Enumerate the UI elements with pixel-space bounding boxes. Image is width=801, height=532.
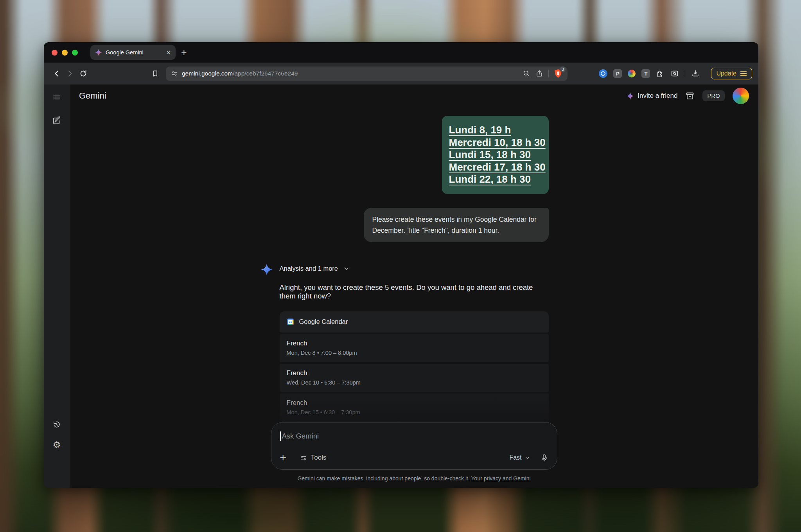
forward-button[interactable] <box>63 67 77 80</box>
url-bar-divider <box>548 70 549 77</box>
tab-google-gemini[interactable]: Google Gemini ✕ <box>90 45 176 60</box>
url-bar[interactable]: gemini.google.com/app/ceb7f26477c6e249 <box>166 66 568 81</box>
event-time: Wed, Dec 10 • 6:30 – 7:30pm <box>287 379 542 386</box>
pro-badge[interactable]: PRO <box>702 90 725 101</box>
event-time: Mon, Dec 8 • 7:00 – 8:00pm <box>287 350 542 356</box>
gemini-appbar: Gemini Invite a friend <box>70 84 758 107</box>
tab-title: Google Gemini <box>106 49 163 56</box>
history-icon[interactable] <box>48 416 65 433</box>
close-window-button[interactable] <box>52 50 57 56</box>
gemini-favicon-icon <box>95 49 102 56</box>
calendar-event-row[interactable]: French Wed, Dec 10 • 6:30 – 7:30pm <box>280 364 549 392</box>
url-text: gemini.google.com/app/ceb7f26477c6e249 <box>182 70 298 77</box>
account-avatar[interactable] <box>733 88 749 104</box>
browser-window: Google Gemini ✕ + gemini.google.com/app/… <box>44 42 758 488</box>
settings-gear-icon[interactable]: ⚙ <box>48 436 65 453</box>
new-tab-button[interactable]: + <box>181 48 187 58</box>
privacy-link[interactable]: Your privacy and Gemini <box>471 475 531 482</box>
prompt-placeholder: Ask Gemini <box>282 432 319 440</box>
extension-t-icon[interactable]: T <box>641 69 650 78</box>
thoughts-label: Analysis and 1 more <box>280 265 338 272</box>
schedule-line: Mercredi 10, 18 h 30 <box>449 137 542 149</box>
invite-label: Invite a friend <box>638 92 677 100</box>
model-response-text: Alright, you want to create these 5 even… <box>280 283 549 300</box>
chevron-down-icon <box>343 266 349 271</box>
sidebar-panel-icon[interactable] <box>670 69 679 78</box>
svg-text:31: 31 <box>289 320 292 324</box>
gemini-sparkle-icon <box>261 264 273 275</box>
schedule-line: Lundi 22, 18 h 30 <box>449 173 542 186</box>
password-manager-extension-icon[interactable] <box>599 69 607 78</box>
prompt-input[interactable]: Ask Gemini + Tools Fast <box>271 422 557 470</box>
site-settings-icon[interactable] <box>171 70 178 77</box>
update-button[interactable]: Update <box>711 68 752 79</box>
shield-counter-badge: 3 <box>560 66 566 72</box>
uploaded-schedule-image[interactable]: Lundi 8, 19 h Mercredi 10, 18 h 30 Lundi… <box>442 116 549 194</box>
back-button[interactable] <box>50 67 63 80</box>
extensions-strip: P T Update <box>599 68 752 79</box>
menu-hamburger-icon[interactable] <box>48 88 65 106</box>
update-label: Update <box>716 70 736 77</box>
calendar-event-row[interactable]: French Mon, Dec 15 • 6:30 – 7:30pm <box>280 394 549 422</box>
text-cursor <box>280 431 281 441</box>
calendar-card-title: Google Calendar <box>299 318 348 325</box>
extension-p-icon[interactable]: P <box>613 69 622 78</box>
thoughts-toggle[interactable]: Analysis and 1 more <box>280 265 549 272</box>
chevron-down-icon <box>525 455 530 460</box>
color-wheel-extension-icon[interactable] <box>628 70 636 77</box>
browser-toolbar: gemini.google.com/app/ceb7f26477c6e249 <box>44 63 758 84</box>
event-title: French <box>287 340 542 347</box>
model-selector-label: Fast <box>509 454 521 461</box>
microphone-icon[interactable] <box>540 454 548 462</box>
event-time: Mon, Dec 15 • 6:30 – 7:30pm <box>287 409 542 415</box>
url-path: /app/ceb7f26477c6e249 <box>233 70 298 77</box>
app-title: Gemini <box>79 91 106 101</box>
toolbar-divider <box>685 70 685 77</box>
gemini-app: ⚙ Gemini Invite a friend <box>44 84 758 488</box>
reload-button[interactable] <box>77 67 90 80</box>
new-chat-icon[interactable] <box>48 112 65 129</box>
zoom-window-button[interactable] <box>72 50 78 56</box>
invite-a-friend-button[interactable]: Invite a friend <box>627 92 677 100</box>
window-controls <box>52 50 78 56</box>
google-calendar-icon: 31 <box>287 318 294 325</box>
schedule-line: Lundi 15, 18 h 30 <box>449 149 542 161</box>
archive-icon[interactable] <box>685 91 695 101</box>
brave-shield-icon[interactable]: 3 <box>554 69 562 78</box>
url-host: gemini.google.com <box>182 70 233 77</box>
tab-close-icon[interactable]: ✕ <box>167 50 171 56</box>
tools-sliders-icon <box>300 454 307 462</box>
bookmark-icon[interactable] <box>149 67 162 80</box>
schedule-line: Lundi 8, 19 h <box>449 124 542 137</box>
download-icon[interactable] <box>691 69 700 78</box>
gemini-main: Gemini Invite a friend <box>70 84 758 488</box>
minimize-window-button[interactable] <box>62 50 68 56</box>
calendar-card-header: 31 Google Calendar <box>280 311 549 332</box>
tools-label: Tools <box>311 454 327 462</box>
extensions-puzzle-icon[interactable] <box>656 69 665 78</box>
disclaimer-text: Gemini can make mistakes, including abou… <box>297 475 530 482</box>
share-icon[interactable] <box>535 70 543 77</box>
model-selector[interactable]: Fast <box>509 454 530 461</box>
event-title: French <box>287 369 542 377</box>
add-attachment-button[interactable]: + <box>280 452 286 463</box>
schedule-line: Mercredi 17, 18 h 30 <box>449 161 542 174</box>
event-title: French <box>287 399 542 407</box>
tab-strip: Google Gemini ✕ + <box>44 42 758 63</box>
tools-button[interactable]: Tools <box>300 454 327 462</box>
user-message-bubble: Please create these events in my Google … <box>364 208 549 242</box>
zoom-out-icon[interactable] <box>523 70 530 77</box>
calendar-event-row[interactable]: French Mon, Dec 8 • 7:00 – 8:00pm <box>280 334 549 362</box>
disclaimer-body: Gemini can make mistakes, including abou… <box>297 475 469 482</box>
sidebar: ⚙ <box>44 84 70 488</box>
